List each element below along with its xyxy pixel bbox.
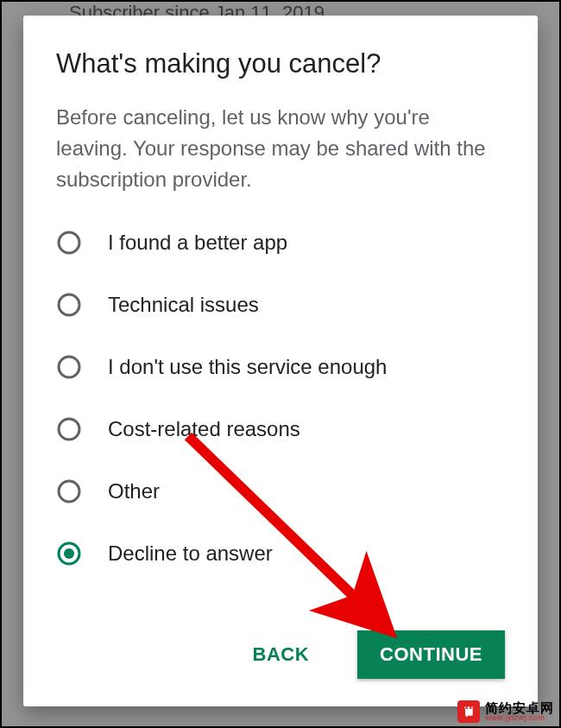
svg-point-0: [59, 232, 79, 253]
option-label: Cost-related reasons: [108, 417, 300, 441]
option-label: Other: [108, 479, 160, 503]
option-label: I don't use this service enough: [108, 355, 387, 379]
watermark-logo-icon: [457, 700, 480, 723]
watermark: 简约安卓网 www.jylzwj.com: [457, 700, 554, 723]
option-decline-to-answer[interactable]: Decline to answer: [56, 541, 505, 567]
watermark-title: 简约安卓网: [485, 701, 554, 714]
dialog-button-row: BACK CONTINUE: [246, 630, 505, 679]
option-technical-issues[interactable]: Technical issues: [56, 292, 505, 318]
option-label: I found a better app: [108, 231, 287, 255]
svg-point-1: [59, 294, 79, 315]
svg-rect-10: [464, 706, 465, 709]
option-other[interactable]: Other: [56, 478, 505, 504]
radio-selected-icon: [56, 541, 82, 567]
radio-icon: [56, 478, 82, 504]
back-button[interactable]: BACK: [246, 633, 317, 676]
radio-icon: [56, 416, 82, 442]
svg-point-3: [59, 419, 79, 440]
option-label: Technical issues: [108, 293, 259, 317]
dialog-subtitle: Before canceling, let us know why you're…: [56, 102, 505, 195]
dialog-title: What's making you cancel?: [56, 48, 505, 79]
svg-point-2: [59, 357, 79, 377]
option-better-app[interactable]: I found a better app: [56, 230, 505, 256]
radio-icon: [56, 354, 82, 380]
cancel-reason-options: I found a better app Technical issues I …: [56, 230, 505, 567]
cancel-reason-dialog: What's making you cancel? Before canceli…: [23, 16, 538, 706]
radio-icon: [56, 230, 82, 256]
watermark-url: www.jylzwj.com: [485, 714, 554, 722]
option-label: Decline to answer: [108, 541, 273, 566]
radio-icon: [56, 292, 82, 318]
svg-point-9: [468, 706, 470, 709]
svg-point-6: [64, 548, 74, 559]
svg-rect-11: [471, 706, 472, 709]
option-dont-use-enough[interactable]: I don't use this service enough: [56, 354, 505, 380]
continue-button[interactable]: CONTINUE: [357, 630, 505, 679]
option-cost-related[interactable]: Cost-related reasons: [56, 416, 505, 442]
svg-point-4: [59, 481, 79, 502]
